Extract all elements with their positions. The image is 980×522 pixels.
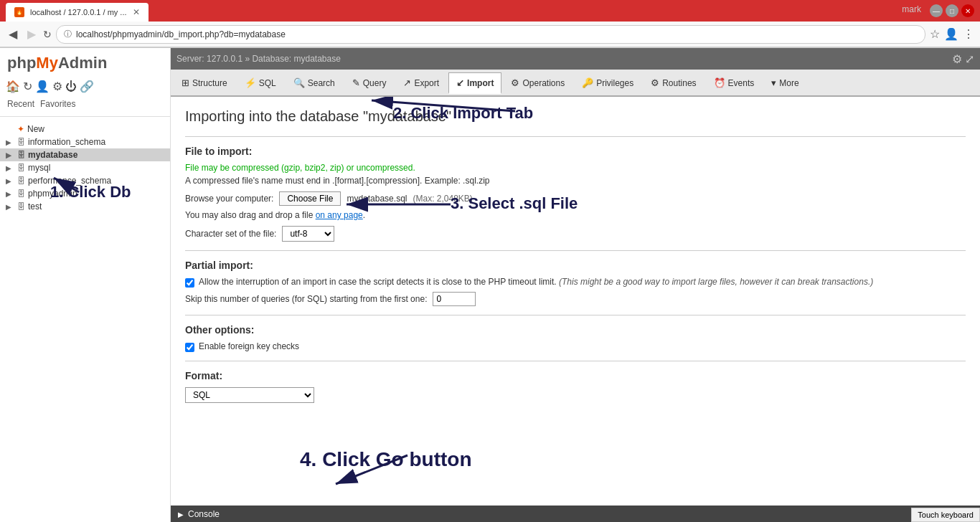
db-item-information_schema[interactable]: ▶ 🗄 information_schema — [0, 136, 170, 148]
format-section: Format: SQL — [185, 370, 966, 403]
tab-routines[interactable]: ⚙ Routines — [643, 72, 704, 92]
tab-bar: ⊞ Structure ⚡ SQL 🔍 Search ✎ Query ↗ Exp… — [171, 70, 980, 97]
user-label: mark — [902, 4, 921, 17]
exit-icon[interactable]: ⏻ — [65, 80, 77, 93]
tab-privileges[interactable]: 🔑 Privileges — [574, 72, 641, 92]
database-tree: ✦ New ▶ 🗄 information_schema ▶ 🗄 mydatab… — [0, 120, 170, 216]
compression-hint: File may be compressed (gzip, bzip2, zip… — [185, 163, 966, 173]
expand-icon: ▶ — [6, 177, 14, 185]
search-tab-icon: 🔍 — [293, 77, 305, 88]
profile-button[interactable]: 👤 — [944, 27, 958, 41]
db-item-performance_schema[interactable]: ▶ 🗄 performance_schema — [0, 174, 170, 187]
db-item-label: New — [27, 124, 44, 134]
bookmark-button[interactable]: ☆ — [930, 27, 940, 41]
window-controls: mark — □ ✕ — [902, 4, 974, 17]
tab-export[interactable]: ↗ Export — [395, 72, 447, 92]
tab-structure-label: Structure — [192, 78, 227, 88]
db-item-label: phpmyadmin — [28, 189, 77, 199]
separator: » — [245, 54, 250, 64]
foreign-key-label: Enable foreign key checks — [199, 341, 299, 351]
other-options-label: Other options: — [185, 324, 966, 336]
choose-file-button[interactable]: Choose File — [279, 191, 341, 206]
page-title: Importing into the database "mydatabase" — [185, 108, 966, 125]
tab-search[interactable]: 🔍 Search — [286, 72, 343, 92]
more-tab-icon: ▾ — [771, 77, 776, 88]
favorites-link[interactable]: Favorites — [40, 99, 75, 109]
format-select[interactable]: SQL — [185, 387, 314, 403]
structure-tab-icon: ⊞ — [182, 77, 189, 88]
server-nav: Server: 127.0.0.1 » Database: mydatabase — [176, 54, 341, 64]
tab-operations[interactable]: ⚙ Operations — [503, 72, 573, 92]
file-section-label: File to import: — [185, 146, 966, 157]
expand-icon: ▶ — [6, 164, 14, 172]
db-icon: 🗄 — [17, 163, 25, 172]
tab-more[interactable]: ▾ More — [763, 72, 806, 92]
console-bar[interactable]: ▶ Console — [171, 506, 980, 522]
skip-input[interactable] — [433, 292, 476, 306]
file-name: mydatabase.sql — [347, 194, 407, 204]
tab-events[interactable]: ⏰ Events — [706, 72, 763, 92]
events-tab-icon: ⏰ — [714, 77, 725, 88]
compression-hint2: A compressed file's name must end in .[f… — [185, 176, 966, 186]
step2-annotation: 2. Click Import Tab — [393, 104, 533, 123]
address-bar[interactable]: ⓘ — [56, 25, 925, 44]
other-options-section: Other options: Enable foreign key checks — [185, 324, 966, 352]
db-item-new[interactable]: ✦ New — [0, 123, 170, 136]
console-label: Console — [188, 509, 220, 519]
maximize-button[interactable]: □ — [946, 4, 958, 17]
tab-events-label: Events — [728, 78, 755, 88]
db-item-test[interactable]: ▶ 🗄 test — [0, 200, 170, 213]
tab-operations-label: Operations — [522, 78, 565, 88]
charset-label: Character set of the file: — [185, 229, 276, 239]
db-item-label: information_schema — [28, 137, 105, 147]
tab-query[interactable]: ✎ Query — [344, 72, 395, 92]
step3-annotation: 3. Select .sql File — [451, 194, 578, 213]
tab-close-icon[interactable]: ✕ — [133, 7, 140, 17]
forward-button[interactable]: ▶ — [24, 26, 39, 42]
expand-icon: ▶ — [6, 190, 14, 198]
db-item-phpmyadmin[interactable]: ▶ 🗄 phpmyadmin — [0, 187, 170, 200]
query-tab-icon: ✎ — [352, 77, 360, 88]
db-item-label: mydatabase — [28, 150, 77, 160]
tab-title: localhost / 127.0.0.1 / my ... — [30, 8, 127, 16]
browser-menu-button[interactable]: ⋮ — [963, 27, 974, 41]
more-icon[interactable]: 🔗 — [80, 80, 94, 93]
foreign-key-checkbox[interactable] — [185, 343, 194, 352]
charset-select[interactable]: utf-8 — [282, 226, 334, 242]
recent-link[interactable]: Recent — [7, 99, 34, 109]
url-input[interactable] — [76, 29, 918, 39]
account-icon[interactable]: 👤 — [35, 80, 50, 93]
refresh-icon[interactable]: ↻ — [23, 80, 32, 93]
sql-tab-icon: ⚡ — [245, 77, 256, 88]
tab-import[interactable]: ↙ Import — [448, 72, 501, 94]
tab-structure[interactable]: ⊞ Structure — [174, 72, 235, 92]
expand-icon: ▶ — [6, 151, 14, 159]
topbar-settings-button[interactable]: ⚙ — [952, 52, 962, 66]
back-button[interactable]: ◀ — [6, 26, 20, 42]
topbar-expand-button[interactable]: ⤢ — [965, 52, 974, 66]
tab-sql[interactable]: ⚡ SQL — [237, 72, 284, 92]
db-icon: 🗄 — [17, 189, 25, 198]
sidebar-links: Recent Favorites — [0, 98, 170, 113]
db-item-mysql[interactable]: ▶ 🗄 mysql — [0, 161, 170, 174]
format-label: Format: — [185, 370, 966, 381]
section-divider-3 — [185, 315, 966, 315]
home-icon[interactable]: 🏠 — [6, 80, 20, 93]
minimize-button[interactable]: — — [930, 4, 943, 17]
db-icon: 🗄 — [17, 151, 25, 159]
db-item-mydatabase[interactable]: ▶ 🗄 mydatabase — [0, 148, 170, 161]
reload-button[interactable]: ↻ — [43, 29, 52, 40]
close-button[interactable]: ✕ — [961, 4, 974, 17]
browse-label: Browse your computer: — [185, 194, 273, 204]
tab-import-label: Import — [467, 78, 494, 88]
any-page-link[interactable]: on any page — [316, 210, 363, 220]
tab-routines-label: Routines — [662, 78, 696, 88]
tab-more-label: More — [779, 78, 798, 88]
sidebar: phpMyAdmin 🏠 ↻ 👤 ⚙ ⏻ 🔗 Recent Favorites … — [0, 48, 171, 522]
touch-keyboard-button[interactable]: Touch keyboard — [911, 508, 980, 522]
section-divider-2 — [185, 250, 966, 251]
operations-tab-icon: ⚙ — [511, 77, 519, 88]
allow-interrupt-checkbox[interactable] — [185, 278, 194, 288]
browser-tab[interactable]: 🔥 localhost / 127.0.0.1 / my ... ✕ — [6, 3, 149, 22]
settings-icon[interactable]: ⚙ — [52, 80, 62, 93]
